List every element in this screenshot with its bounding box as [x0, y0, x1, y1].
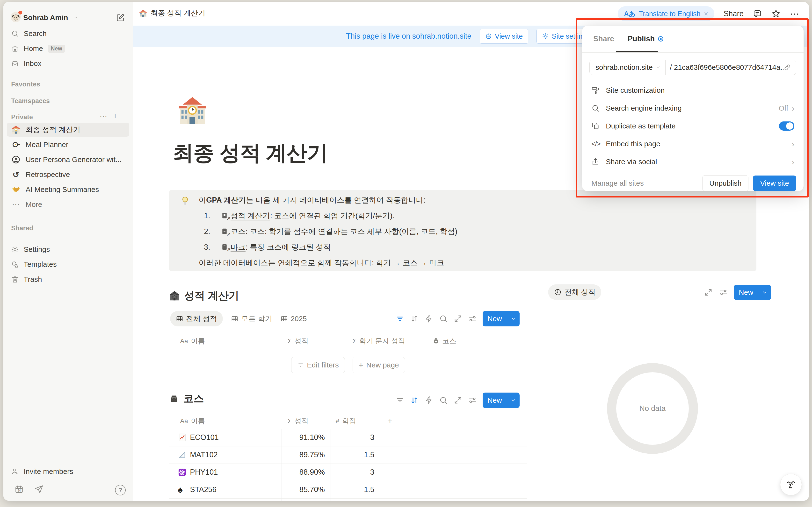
- page-icon[interactable]: [177, 96, 208, 127]
- sidebar-item-label: Settings: [24, 245, 50, 253]
- send-icon[interactable]: [34, 485, 44, 494]
- table-row[interactable]: ♠ STA256 85.70% 1.5: [169, 481, 527, 499]
- view-site-button[interactable]: View site: [480, 29, 528, 44]
- site-url-input: sohrab.notion.site / 21ca63f696e5806e807…: [590, 60, 796, 75]
- breadcrumb[interactable]: 최종 성적 계산기: [139, 8, 205, 18]
- chevron-down-icon[interactable]: [507, 316, 520, 322]
- section-shared[interactable]: Shared: [11, 225, 33, 232]
- expand-icon[interactable]: [454, 396, 462, 405]
- chart-view-tab[interactable]: 전체 성적: [548, 284, 601, 300]
- undo-arrow-icon: ↺: [11, 170, 21, 179]
- sidebar-item-more[interactable]: ⋯ More: [7, 198, 129, 212]
- column-header-grade[interactable]: Σ성적: [288, 413, 309, 429]
- sidebar-item-trash[interactable]: Trash: [7, 272, 129, 286]
- sidebar-item-search[interactable]: Search: [7, 26, 129, 41]
- sliders-icon[interactable]: [468, 396, 477, 405]
- duplicate-toggle-on[interactable]: [779, 121, 794, 131]
- manage-all-sites-link[interactable]: Manage all sites: [591, 179, 644, 187]
- column-header-credits[interactable]: #학점: [336, 413, 356, 429]
- view-site-button[interactable]: View site: [753, 175, 796, 191]
- filter-icon[interactable]: [396, 314, 404, 323]
- column-header-name[interactable]: Aa이름: [180, 334, 205, 349]
- new-button[interactable]: New: [483, 393, 520, 408]
- page-link[interactable]: 마크: [231, 242, 246, 252]
- cell-name: ECO101: [190, 429, 219, 446]
- expand-icon[interactable]: [454, 314, 462, 323]
- unpublish-button[interactable]: Unpublish: [702, 175, 749, 191]
- sidebar-item-user-persona[interactable]: User Persona Generator wit...: [7, 153, 129, 167]
- lightning-icon[interactable]: [424, 396, 433, 405]
- sidebar-item-settings[interactable]: Settings: [7, 242, 129, 257]
- table-row[interactable]: PHY101 88.90% 3: [169, 463, 527, 481]
- invite-members[interactable]: Invite members: [7, 464, 129, 478]
- sliders-icon[interactable]: [719, 288, 728, 297]
- star-icon[interactable]: [771, 9, 781, 18]
- section-favorites[interactable]: Favorites: [11, 80, 40, 88]
- expand-icon[interactable]: [704, 288, 713, 297]
- calendar-icon[interactable]: 24: [14, 485, 24, 494]
- translate-pill[interactable]: Aあ Translate to English ×: [618, 6, 714, 21]
- sidebar-item-meal-planner[interactable]: Meal Planner: [7, 137, 129, 152]
- compose-icon[interactable]: [116, 13, 125, 22]
- view-tab-all-grades[interactable]: 전체 성적: [170, 311, 223, 326]
- page-link[interactable]: 코스: [231, 226, 246, 237]
- search-icon[interactable]: [439, 396, 448, 405]
- menu-item-embed-this-page[interactable]: </> Embed this page ›: [582, 135, 804, 153]
- private-add-icon[interactable]: +: [113, 111, 118, 121]
- sort-icon[interactable]: [410, 396, 419, 405]
- grades-db-title[interactable]: 성적 계산기: [169, 289, 239, 303]
- section-private[interactable]: Private: [11, 113, 33, 121]
- menu-item-duplicate-as-template[interactable]: Duplicate as template: [582, 117, 804, 135]
- tab-publish[interactable]: Publish: [627, 35, 663, 43]
- column-header-letter-grade[interactable]: Σ학기 문자 성적: [352, 334, 405, 349]
- menu-item-share-via-social[interactable]: Share via social ›: [582, 153, 804, 171]
- page-link[interactable]: 성적 계산기: [231, 211, 270, 221]
- column-header-course[interactable]: 코스: [433, 334, 456, 349]
- table-row[interactable]: ECO101 91.10% 3: [169, 429, 527, 446]
- sidebar-item-ai-meeting-summaries[interactable]: AI Meeting Summaries: [7, 182, 129, 196]
- courses-table-body: ECO101 91.10% 3 MAT102 89.75% 1.5 PHY101…: [169, 429, 527, 501]
- private-more-icon[interactable]: ⋯: [100, 112, 108, 121]
- section-teamspaces[interactable]: Teamspaces: [11, 97, 50, 105]
- column-header-name[interactable]: Aa이름: [180, 413, 205, 429]
- table-row[interactable]: MAT102 89.75% 1.5: [169, 446, 527, 464]
- new-button[interactable]: New: [734, 285, 771, 300]
- add-column-button[interactable]: +: [388, 413, 393, 429]
- edit-filters-label: Edit filters: [307, 361, 339, 369]
- new-button[interactable]: New: [483, 311, 520, 326]
- filter-icon[interactable]: [396, 396, 404, 405]
- sidebar-item-retrospective[interactable]: ↺ Retrospective: [7, 168, 129, 181]
- menu-item-site-customization[interactable]: Site customization: [582, 81, 804, 99]
- chevron-down-icon[interactable]: [507, 397, 520, 403]
- share-button[interactable]: Share: [723, 9, 744, 18]
- new-page-button[interactable]: + New page: [353, 357, 405, 373]
- sliders-icon[interactable]: [468, 314, 477, 323]
- code-icon: </>: [591, 140, 600, 148]
- more-options-icon[interactable]: ⋯: [790, 8, 800, 19]
- comment-icon[interactable]: [753, 9, 762, 18]
- menu-item-search-engine-indexing[interactable]: Search engine indexing Off›: [582, 99, 804, 117]
- courses-db-title[interactable]: 코스: [169, 392, 204, 406]
- sidebar-item-home[interactable]: Home New: [7, 42, 129, 56]
- tab-share[interactable]: Share: [593, 35, 614, 43]
- sidebar-item-inbox[interactable]: Inbox: [7, 56, 129, 70]
- notion-ai-button[interactable]: [780, 474, 802, 495]
- close-icon[interactable]: ×: [704, 10, 708, 18]
- sidebar-item-templates[interactable]: Templates: [7, 258, 129, 271]
- column-header-grade[interactable]: Σ성적: [288, 334, 309, 349]
- view-tab-2025[interactable]: 2025: [281, 311, 307, 326]
- page-path-value[interactable]: / 21ca63f696e5806e8077d64714a...: [666, 63, 783, 71]
- lightning-icon[interactable]: [424, 314, 433, 323]
- help-icon[interactable]: ?: [115, 485, 126, 495]
- workspace-switcher[interactable]: Sohrab Amin: [7, 11, 129, 24]
- domain-select[interactable]: sohrab.notion.site: [590, 60, 665, 75]
- sidebar-item-final-grade-calculator[interactable]: 최종 성적 계산기: [7, 123, 129, 137]
- view-tab-all-terms[interactable]: 모든 학기: [231, 311, 272, 326]
- search-icon[interactable]: [439, 314, 448, 323]
- edit-filters-button[interactable]: Edit filters: [291, 357, 345, 373]
- page-title[interactable]: 최종 성적 계산기: [173, 139, 328, 167]
- chevron-right-icon: ›: [792, 140, 794, 148]
- link-icon[interactable]: [783, 63, 791, 71]
- chevron-down-icon[interactable]: [758, 289, 771, 295]
- sort-icon[interactable]: [410, 314, 419, 323]
